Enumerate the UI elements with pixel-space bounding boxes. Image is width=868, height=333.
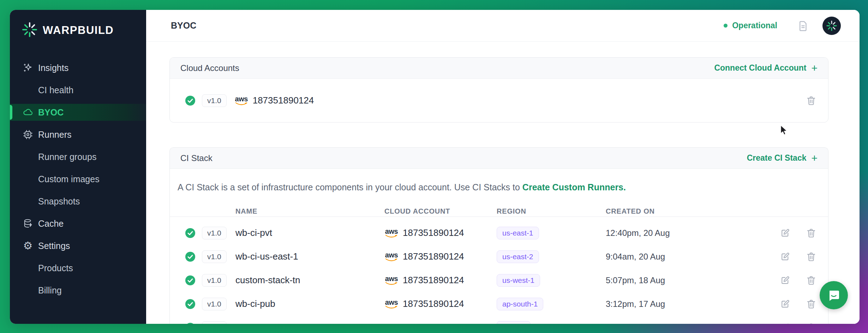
region-badge	[497, 321, 531, 324]
sidebar-item-settings[interactable]: ⚙ Settings	[10, 237, 146, 254]
sidebar-item-billing[interactable]: Billing	[10, 282, 146, 299]
stack-name: wb-ci-us-east-1	[235, 251, 384, 262]
delete-stack-trash-icon[interactable]	[806, 299, 816, 309]
main-area: BYOC Operational	[146, 10, 860, 324]
version-badge: v1.0	[202, 298, 227, 310]
cloud-account-row: v1.0 aws 187351890124	[170, 79, 828, 122]
sidebar-item-label: Settings	[38, 241, 70, 251]
delete-stack-trash-icon[interactable]	[806, 251, 816, 262]
sidebar-item-label: Billing	[38, 285, 62, 296]
create-custom-runners-link[interactable]: Create Custom Runners.	[522, 182, 626, 192]
aws-logo-icon: aws	[384, 228, 399, 238]
ci-stack-row: v1.0 wb-ci-us-east-1 aws	[170, 245, 828, 268]
avatar[interactable]	[822, 17, 841, 35]
cloud-accounts-header: Cloud Accounts Connect Cloud Account +	[170, 58, 828, 79]
created-on: 12:40pm, 20 Aug	[606, 228, 765, 238]
cloud-account-id: 187351890124	[403, 275, 464, 286]
sidebar-item-label: Products	[38, 263, 73, 273]
sidebar-item-byoc[interactable]: BYOC	[10, 104, 146, 121]
version-badge: v1.0	[202, 94, 227, 107]
cloud-account-id: 187351890124	[253, 95, 314, 106]
plus-icon: +	[811, 64, 818, 73]
status-badge[interactable]: Operational	[724, 21, 777, 30]
edit-stack-icon[interactable]	[780, 275, 790, 286]
aws-logo-icon: aws	[384, 299, 399, 309]
sidebar-item-snapshots[interactable]: Snapshots	[10, 193, 146, 210]
sidebar-item-label: Snapshots	[38, 196, 80, 207]
cloud-account-id: 187351890124	[403, 298, 464, 309]
cloud-accounts-title: Cloud Accounts	[180, 63, 239, 73]
column-header-cloud-account: CLOUD ACCOUNT	[384, 207, 497, 215]
database-icon	[22, 218, 34, 229]
page-title: BYOC	[171, 20, 196, 31]
ci-stack-row: v1.0 wb-ci-pvt aws 1873	[170, 221, 828, 245]
sidebar-item-products[interactable]: Products	[10, 260, 146, 276]
status-dot-icon	[724, 24, 728, 28]
cloud-account-id: 187351890124	[403, 251, 464, 262]
cloud-accounts-list: v1.0 aws 187351890124	[170, 79, 828, 122]
create-ci-stack-button[interactable]: Create CI Stack +	[747, 153, 818, 163]
column-header-name: NAME	[235, 207, 384, 215]
cloud-account-id: 187351890124	[403, 227, 464, 238]
stack-name: custom-stack-tn	[235, 275, 384, 286]
version-badge: v1.0	[202, 227, 227, 239]
sidebar-item-runners[interactable]: Runners	[10, 126, 146, 143]
check-circle-icon	[185, 228, 202, 238]
delete-stack-trash-icon[interactable]	[806, 228, 816, 238]
connect-cloud-account-button[interactable]: Connect Cloud Account +	[714, 63, 818, 73]
edit-stack-icon[interactable]	[780, 299, 790, 309]
status-label: Operational	[732, 21, 777, 30]
sidebar-item-label: Custom images	[38, 174, 100, 184]
region-badge: us-west-1	[497, 274, 540, 287]
ci-stack-title: CI Stack	[180, 153, 212, 163]
app-logo: WARPBUILD	[10, 10, 146, 51]
ci-stack-card: CI Stack Create CI Stack + A CI Stack is…	[169, 147, 828, 324]
sidebar-item-runner-groups[interactable]: Runner groups	[10, 148, 146, 165]
active-indicator-bar	[10, 105, 12, 120]
column-header-created-on: CREATED ON	[606, 207, 765, 215]
ci-stack-row: v1.0 wb-ci-pub aws 1873	[170, 292, 828, 316]
edit-stack-icon[interactable]	[780, 251, 790, 262]
created-on: 3:12pm, 17 Aug	[606, 299, 765, 309]
sidebar-item-ci-health[interactable]: CI health	[10, 82, 146, 99]
ci-stack-table-body: v1.0 wb-ci-pvt aws 1873	[170, 217, 828, 324]
version-badge: v1.0	[202, 321, 227, 324]
ci-stack-description: A CI Stack is a set of infrastructure co…	[170, 169, 828, 192]
cloud-accounts-card: Cloud Accounts Connect Cloud Account +	[169, 57, 828, 123]
sidebar-nav: Insights CI health BYOC	[10, 51, 146, 299]
delete-stack-trash-icon[interactable]	[806, 275, 816, 286]
delete-account-trash-icon[interactable]	[806, 95, 816, 106]
ci-stack-row: v1.0	[170, 316, 828, 324]
check-circle-icon	[185, 251, 202, 262]
sidebar-item-insights[interactable]: Insights	[10, 59, 146, 76]
sidebar-item-custom-images[interactable]: Custom images	[10, 171, 146, 188]
sidebar-item-label: BYOC	[38, 107, 64, 118]
region-badge: us-east-2	[497, 250, 539, 263]
chat-bubble-icon	[827, 288, 841, 302]
app-window: WARPBUILD Insights CI health	[10, 10, 860, 324]
ci-stack-table-header: NAME CLOUD ACCOUNT REGION CREATED ON	[170, 206, 828, 216]
sidebar: WARPBUILD Insights CI health	[10, 10, 146, 324]
check-circle-icon	[185, 299, 202, 309]
top-header: BYOC Operational	[146, 10, 860, 42]
chat-launcher-button[interactable]	[820, 281, 848, 309]
ci-stack-row: v1.0 custom-stack-tn aws	[170, 268, 828, 292]
sidebar-item-cache[interactable]: Cache	[10, 215, 146, 232]
check-circle-icon	[185, 322, 202, 324]
docs-icon[interactable]	[797, 20, 809, 32]
stack-name: wb-ci-pvt	[235, 227, 384, 238]
created-on: 5:07pm, 18 Aug	[606, 275, 765, 285]
aws-logo-icon: aws	[384, 252, 399, 261]
delete-stack-trash-icon[interactable]	[806, 322, 816, 324]
plus-icon: +	[811, 154, 818, 163]
sidebar-item-label: Runners	[38, 130, 72, 140]
check-circle-icon	[185, 275, 202, 286]
edit-stack-icon[interactable]	[780, 228, 790, 238]
stack-name: wb-ci-pub	[235, 298, 384, 309]
sidebar-item-label: Runner groups	[38, 152, 96, 162]
column-header-region: REGION	[497, 207, 606, 215]
created-on: 9:04am, 20 Aug	[606, 252, 765, 262]
warpbuild-starburst-icon	[22, 22, 38, 39]
edit-stack-icon[interactable]	[780, 322, 790, 324]
sidebar-item-label: Insights	[38, 63, 68, 73]
